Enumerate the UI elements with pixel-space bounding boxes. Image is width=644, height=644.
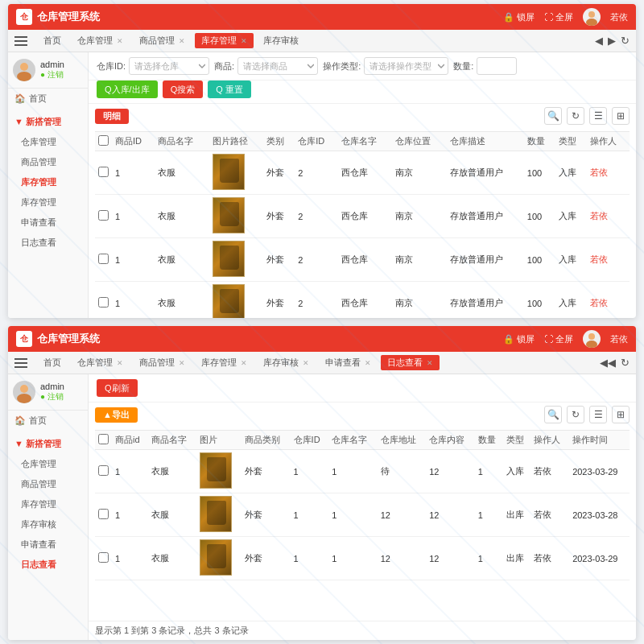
refresh-nav-icon[interactable]: ↻ <box>621 35 630 47</box>
bottom-sidebar-item-log[interactable]: 日志查看 <box>8 555 88 575</box>
bottom-nav-tab-product[interactable]: 商品管理 ✕ <box>133 355 192 370</box>
bottom-sidebar-status[interactable]: ● 注销 <box>40 391 64 402</box>
bottom-row-checkbox-0[interactable] <box>98 465 109 476</box>
top-row-checkbox-0[interactable] <box>98 167 109 177</box>
bottom-column-toolbar-icon[interactable]: ☰ <box>589 406 607 423</box>
sidebar-status[interactable]: ● 注销 <box>40 69 64 80</box>
bottom-nav-tab-stock[interactable]: 库存管理 ✕ <box>195 355 254 370</box>
top-operator-link-2[interactable]: 若依 <box>590 254 608 264</box>
bottom-cell-operator-1: 若依 <box>530 493 569 537</box>
bottom-nav-tab-log[interactable]: 日志查看 ✕ <box>381 355 440 370</box>
warehouse-id-select[interactable]: 请选择仓库 <box>129 57 209 75</box>
bottom-row-checkbox-2[interactable] <box>98 552 109 563</box>
refresh-toolbar-icon[interactable]: ↻ <box>567 107 584 125</box>
sidebar-item-log[interactable]: 日志查看 <box>8 233 88 253</box>
nav-tab-audit[interactable]: 库存审核 <box>257 33 305 48</box>
bottom-cell-category-1: 外套 <box>242 493 290 537</box>
bottom-cell-product-id-1: 1 <box>112 493 148 537</box>
lock-button[interactable]: 🔒 锁屏 <box>503 11 535 23</box>
nav-tab-product[interactable]: 商品管理 ✕ <box>133 33 192 48</box>
bottom-user-avatar <box>583 330 601 348</box>
bottom-nav: 首页 仓库管理 ✕ 商品管理 ✕ 库存管理 ✕ 库存审核 ✕ 申请查看 ✕ 日志… <box>8 352 636 374</box>
sidebar-item-apply[interactable]: 申请查看 <box>8 213 88 233</box>
product-label: 商品: <box>214 60 234 72</box>
sidebar-item-stock-audit[interactable]: 库存管理 <box>8 192 88 213</box>
nav-tab-warehouse[interactable]: 仓库管理 ✕ <box>71 33 130 48</box>
search-button[interactable]: Q搜索 <box>163 80 204 98</box>
bottom-cell-time-2: 2023-03-29 <box>569 537 630 580</box>
top-header: 仓 仓库管理系统 🔒 锁屏 ⛶ 全屏 若依 <box>8 4 636 30</box>
column-toolbar-icon[interactable]: ☰ <box>589 107 607 125</box>
top-row-checkbox-1[interactable] <box>98 210 109 221</box>
op-type-label: 操作类型: <box>323 60 361 72</box>
col-type: 类型 <box>555 132 587 151</box>
product-select[interactable]: 请选择商品 <box>237 57 318 75</box>
bottom-grid-toolbar-icon[interactable]: ⊞ <box>612 406 630 423</box>
top-cell-img-0 <box>209 151 264 195</box>
bottom-sidebar-item-warehouse[interactable]: 仓库管理 <box>8 454 88 474</box>
bottom-sidebar-item-apply[interactable]: 申请查看 <box>8 535 88 555</box>
bottom-sidebar-item-product[interactable]: 商品管理 <box>8 474 88 494</box>
reset-button[interactable]: Q 重置 <box>208 80 251 98</box>
top-cell-type-1: 入库 <box>555 195 587 238</box>
top-operator-link-3[interactable]: 若依 <box>590 298 608 308</box>
nav-tab-home[interactable]: 首页 <box>37 33 68 48</box>
bottom-nav-prev-icon[interactable]: ◀◀ <box>600 357 616 369</box>
bottom-cell-category-0: 外套 <box>242 450 290 493</box>
hamburger-icon[interactable] <box>14 33 31 49</box>
bottom-col-time: 操作时间 <box>569 431 630 450</box>
qty-input[interactable] <box>477 57 517 75</box>
nav-tab-stock[interactable]: 库存管理 ✕ <box>195 33 254 48</box>
top-row-checkbox-3[interactable] <box>98 297 109 308</box>
bottom-select-all-checkbox[interactable] <box>98 434 109 444</box>
bottom-col-warehouse-name: 仓库名字 <box>328 431 377 450</box>
sidebar-item-product-mgmt[interactable]: 商品管理 <box>8 152 88 172</box>
bottom-cell-warehouse-id-2: 1 <box>291 537 329 580</box>
bottom-nav-tab-audit[interactable]: 库存审核 ✕ <box>257 355 316 370</box>
top-row-checkbox-2[interactable] <box>98 254 109 264</box>
fullscreen-button[interactable]: ⛶ 全屏 <box>544 11 573 23</box>
bottom-sidebar-item-audit[interactable]: 库存审核 <box>8 514 88 535</box>
nav-prev-icon[interactable]: ◀ <box>595 35 603 47</box>
bottom-sidebar-item-home[interactable]: 🏠 首页 <box>8 411 88 431</box>
top-cell-type-0: 入库 <box>555 151 587 195</box>
bottom-refresh-nav-icon[interactable]: ↻ <box>621 357 630 369</box>
bottom-col-desc: 仓库内容 <box>426 431 474 450</box>
sidebar-item-warehouse-mgmt[interactable]: 仓库管理 <box>8 132 88 152</box>
top-operator-link-0[interactable]: 若依 <box>590 167 608 177</box>
bottom-cell-time-1: 2023-03-28 <box>569 493 630 537</box>
in-out-button[interactable]: Q入库/出库 <box>97 80 158 98</box>
bottom-nav-tab-home[interactable]: 首页 <box>37 355 68 370</box>
top-cell-location-1: 南京 <box>392 195 447 238</box>
bottom-data-table: 商品id 商品名字 图片 商品类别 仓库ID 仓库名字 仓库地址 仓库内容 数量… <box>95 430 630 580</box>
bottom-content: Q刷新 ▲导出 🔍 ↻ ☰ ⊞ 商品id <box>89 374 636 640</box>
grid-toolbar-icon[interactable]: ⊞ <box>612 107 630 125</box>
top-cell-warehouse-id-1: 2 <box>295 195 337 238</box>
sidebar-item-stock-mgmt[interactable]: 库存管理 <box>8 172 88 192</box>
bottom-fullscreen-button[interactable]: ⛶ 全屏 <box>544 333 573 345</box>
sidebar-item-home[interactable]: 🏠 首页 <box>8 89 88 109</box>
select-all-checkbox[interactable] <box>98 135 109 146</box>
top-data-table: 商品ID 商品名字 图片路径 类别 仓库ID 仓库名字 仓库位置 仓库描述 数量… <box>95 131 630 318</box>
bottom-hamburger-icon[interactable] <box>14 355 31 371</box>
bottom-search-toolbar-icon[interactable]: 🔍 <box>544 406 562 423</box>
bottom-nav-tab-apply[interactable]: 申请查看 ✕ <box>319 355 378 370</box>
bottom-refresh-button[interactable]: Q刷新 <box>97 379 138 397</box>
bottom-refresh-toolbar-icon[interactable]: ↻ <box>567 406 584 423</box>
bottom-lock-button[interactable]: 🔒 锁屏 <box>503 333 535 345</box>
bottom-row-checkbox-1[interactable] <box>98 509 109 519</box>
nav-next-icon[interactable]: ▶ <box>608 35 616 47</box>
top-table-row: 1 衣服 外套 2 西仓库 南京 存放普通用户 100 入库 若依 <box>95 151 630 195</box>
bottom-cell-product-id-2: 1 <box>112 537 148 580</box>
top-cell-product-name-1: 衣服 <box>155 195 209 238</box>
bottom-sidebar-user: admin ● 注销 <box>8 374 88 411</box>
svg-point-7 <box>17 394 31 403</box>
app-title: 仓库管理系统 <box>37 10 100 24</box>
bottom-cell-time-0: 2023-03-29 <box>569 450 630 493</box>
bottom-nav-tab-warehouse[interactable]: 仓库管理 ✕ <box>71 355 130 370</box>
search-toolbar-icon[interactable]: 🔍 <box>544 107 562 125</box>
top-operator-link-1[interactable]: 若依 <box>590 211 608 221</box>
bottom-sidebar-item-stock[interactable]: 库存管理 <box>8 494 88 514</box>
op-type-select[interactable]: 请选择操作类型 <box>364 57 448 75</box>
bottom-cell-location-2: 12 <box>378 537 426 580</box>
